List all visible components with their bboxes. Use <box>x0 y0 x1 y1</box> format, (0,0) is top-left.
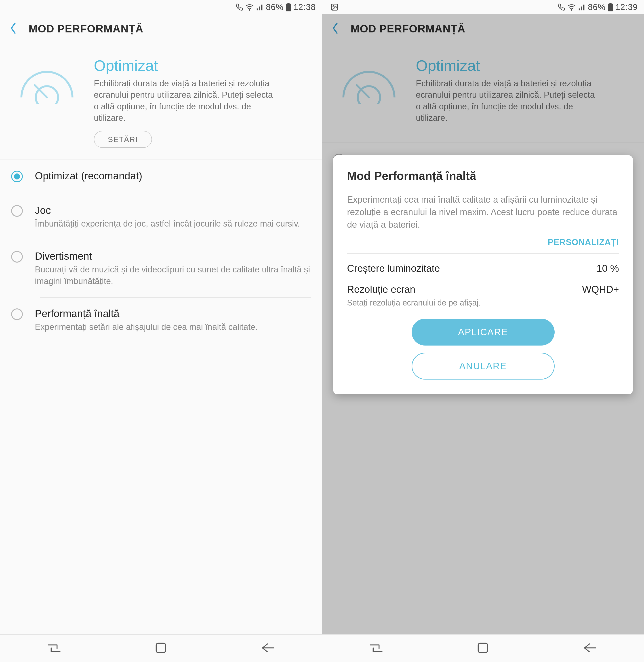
dialog-desc: Experimentați cea mai înaltă calitate a … <box>347 193 619 231</box>
battery-percent: 86% <box>588 2 605 12</box>
svg-rect-2 <box>259 6 260 10</box>
svg-point-0 <box>249 9 250 10</box>
svg-rect-1 <box>257 8 258 10</box>
svg-rect-28 <box>478 643 488 653</box>
brightness-row[interactable]: Creștere luminozitate 10 % <box>347 263 619 274</box>
recents-icon[interactable] <box>369 643 384 654</box>
radio-icon[interactable] <box>11 308 23 320</box>
battery-percent: 86% <box>266 2 283 12</box>
option-optimizat[interactable]: Optimizat (recomandat) <box>0 159 322 194</box>
option-desc: Îmbunătățiți experiența de joc, astfel î… <box>35 218 311 229</box>
svg-rect-21 <box>610 3 612 4</box>
cancel-button[interactable]: ANULARE <box>412 353 555 379</box>
back-icon[interactable] <box>9 22 18 36</box>
hero-card: Optimizat Echilibrați durata de viață a … <box>0 43 322 159</box>
svg-point-15 <box>333 6 334 7</box>
option-title: Performanță înaltă <box>35 308 311 319</box>
svg-rect-5 <box>288 3 290 4</box>
svg-point-16 <box>571 9 572 10</box>
resolution-value: WQHD+ <box>582 284 619 295</box>
svg-rect-18 <box>581 6 582 10</box>
hero-desc: Echilibrați durata de viață a bateriei ș… <box>94 78 279 124</box>
header-bar: MOD PERFORMANȚĂ <box>0 14 322 43</box>
svg-rect-4 <box>286 4 291 12</box>
settings-button[interactable]: SETĂRI <box>94 131 152 148</box>
image-notification-icon <box>330 3 339 11</box>
option-title: Optimizat (recomandat) <box>35 170 311 182</box>
svg-rect-12 <box>156 643 166 653</box>
recents-icon[interactable] <box>47 643 62 654</box>
apply-button[interactable]: APLICARE <box>412 319 555 346</box>
call-icon <box>235 3 243 11</box>
wifi-icon <box>245 3 254 12</box>
dialog-title: Mod Performanță înaltă <box>347 169 619 182</box>
divider <box>347 253 619 254</box>
option-title: Divertisment <box>35 250 311 262</box>
status-bar: 86% 12:39 <box>322 0 644 14</box>
nav-bar <box>0 634 322 662</box>
wifi-icon <box>567 3 576 12</box>
resolution-sub: Setați rezoluția ecranului de pe afișaj. <box>347 298 619 308</box>
back-nav-icon[interactable] <box>260 642 275 655</box>
svg-rect-3 <box>261 5 262 10</box>
option-performanta-inalta[interactable]: Performanță înaltă Experimentați setări … <box>0 297 322 343</box>
signal-icon <box>256 3 264 11</box>
option-desc: Experimentați setări ale afișajului de c… <box>35 322 311 333</box>
status-bar: 86% 12:38 <box>0 0 322 14</box>
option-desc: Bucurați-vă de muzică și de videoclipuri… <box>35 264 311 287</box>
svg-rect-17 <box>579 8 580 10</box>
page-title: MOD PERFORMANȚĂ <box>29 23 143 35</box>
resolution-row[interactable]: Rezoluție ecran WQHD+ <box>347 284 619 295</box>
svg-rect-20 <box>608 4 613 12</box>
brightness-label: Creștere luminozitate <box>347 263 440 274</box>
customize-link[interactable]: PERSONALIZAȚI <box>347 238 619 253</box>
home-icon[interactable] <box>155 642 167 655</box>
high-performance-dialog: Mod Performanță înaltă Experimentați cea… <box>333 155 633 394</box>
nav-bar <box>322 634 644 662</box>
signal-icon <box>578 3 586 11</box>
clock: 12:38 <box>293 2 316 12</box>
radio-icon[interactable] <box>11 251 23 263</box>
clock: 12:39 <box>615 2 638 12</box>
home-icon[interactable] <box>477 642 489 655</box>
battery-icon <box>286 3 291 12</box>
back-nav-icon[interactable] <box>582 642 597 655</box>
battery-icon <box>608 3 613 12</box>
options-list: Optimizat (recomandat) Joc Îmbunătățiți … <box>0 159 322 634</box>
radio-icon[interactable] <box>11 171 23 182</box>
option-title: Joc <box>35 204 311 216</box>
option-joc[interactable]: Joc Îmbunătățiți experiența de joc, astf… <box>0 194 322 240</box>
call-icon <box>557 3 565 11</box>
option-divertisment[interactable]: Divertisment Bucurați-vă de muzică și de… <box>0 240 322 297</box>
phone-left: 86% 12:38 MOD PERFORMANȚĂ Optimizat <box>0 0 322 662</box>
phone-right: 86% 12:39 MOD PERFORMANȚĂ Optimizat <box>322 0 644 662</box>
gauge-icon <box>14 57 80 106</box>
resolution-label: Rezoluție ecran <box>347 284 415 295</box>
svg-rect-19 <box>583 5 584 10</box>
hero-title: Optimizat <box>94 57 308 74</box>
radio-icon[interactable] <box>11 205 23 217</box>
brightness-value: 10 % <box>597 263 619 274</box>
